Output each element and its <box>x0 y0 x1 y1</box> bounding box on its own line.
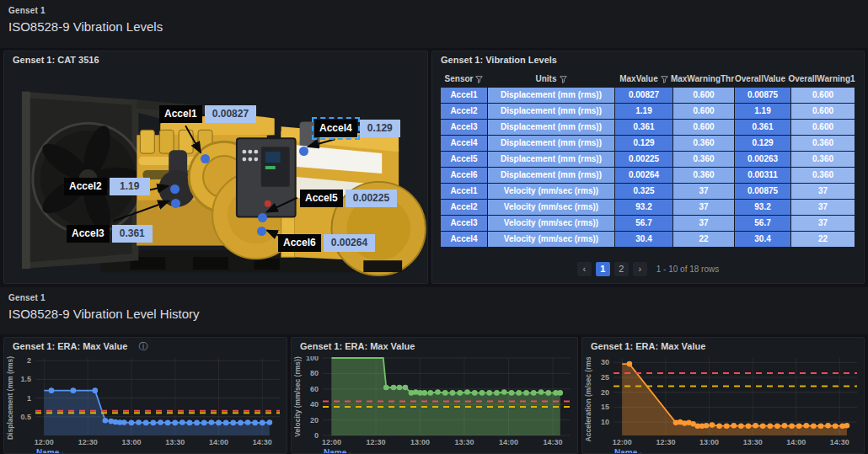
column-header-label: Units <box>536 73 557 85</box>
sensor-label: Accel3 <box>67 225 110 243</box>
svg-text:12:00: 12:00 <box>35 438 54 446</box>
svg-text:40: 40 <box>310 400 319 409</box>
column-header-overallwarning1[interactable]: OverallWarning1 <box>791 73 855 85</box>
table-cell: 56.7 <box>735 216 790 231</box>
table-cell: 37 <box>791 184 855 199</box>
table-cell: Accel1 <box>441 88 487 103</box>
panel-title-acceleration-chart[interactable]: Genset 1: ERA: Max Value <box>582 338 864 355</box>
funnel-icon[interactable] <box>475 76 483 83</box>
column-header-maxwarningthr[interactable]: MaxWarningThr <box>673 73 734 85</box>
sensor-marker-accel6[interactable]: Accel60.00264 <box>278 234 375 252</box>
svg-text:14:30: 14:30 <box>253 438 272 446</box>
table-cell: 0.361 <box>615 120 672 135</box>
table-cell: 37 <box>791 216 855 231</box>
legend-name-header[interactable]: Name▴ <box>36 448 64 454</box>
panel-title-displacement-chart[interactable]: Genset 1: ERA: Max Value ⓘ <box>4 338 287 355</box>
column-header-units[interactable]: Units <box>488 73 614 85</box>
sensor-value: 0.129 <box>360 120 400 137</box>
table-cell: 93.2 <box>735 200 790 215</box>
svg-text:60: 60 <box>310 385 319 393</box>
table-cell: 30.4 <box>615 232 672 247</box>
pagination-page-1[interactable]: 1 <box>596 262 610 276</box>
legend-name-header[interactable]: Name▴ <box>324 448 351 454</box>
sensor-dot-accel2[interactable] <box>171 199 180 208</box>
column-header-sensor[interactable]: Sensor <box>441 73 487 85</box>
column-header-overallvalue[interactable]: OverallValue <box>735 73 790 85</box>
table-cell: 0.360 <box>673 168 734 183</box>
table-cell: 22 <box>673 232 734 247</box>
row-kicker: Genset 1 <box>8 6 868 15</box>
legend-name-header[interactable]: Name▴ <box>614 448 642 454</box>
genset-illustration: Accel10.00827Accel21.19Accel30.361Accel4… <box>4 51 427 283</box>
sensor-value: 0.00827 <box>205 105 256 123</box>
legend-label: Name <box>36 448 59 454</box>
funnel-icon[interactable] <box>560 76 567 83</box>
column-header-label: Sensor <box>445 73 474 85</box>
sensor-dot-accel1[interactable] <box>201 154 210 163</box>
sensor-label: Accel4 <box>314 120 357 137</box>
sensor-dot-accel5[interactable] <box>258 213 267 222</box>
table-row: Accel6Displacement (mm (rms))0.002640.36… <box>441 168 855 183</box>
table-cell: 0.360 <box>791 152 855 167</box>
svg-text:14:00: 14:00 <box>499 438 518 446</box>
acceleration-chart-panel: Genset 1: ERA: Max Value 101520253012:00… <box>581 337 865 454</box>
sensor-marker-accel3[interactable]: Accel30.361 <box>67 225 153 243</box>
svg-text:1: 1 <box>27 394 31 403</box>
table-cell: Accel4 <box>441 136 487 151</box>
velocity-chart-plot[interactable]: 02040608010012:0012:3013:0013:3014:0014:… <box>292 356 576 447</box>
column-header-maxvalue[interactable]: MaxValue <box>615 73 672 85</box>
table-cell: Accel1 <box>441 184 487 199</box>
table-cell: Accel3 <box>441 120 487 135</box>
info-icon[interactable]: ⓘ <box>138 341 147 351</box>
table-cell: Accel6 <box>441 168 487 183</box>
table-cell: 0.00875 <box>735 184 790 199</box>
svg-text:25: 25 <box>601 373 609 382</box>
svg-text:14:30: 14:30 <box>830 438 849 446</box>
chevron-right-icon: › <box>638 264 641 274</box>
table-cell: 0.600 <box>673 88 734 103</box>
table-cell: 0.360 <box>673 152 734 167</box>
svg-text:12:30: 12:30 <box>656 438 675 446</box>
panel-title-genset[interactable]: Genset 1: CAT 3516 <box>4 51 427 68</box>
sensor-dot-accel6[interactable] <box>257 227 266 236</box>
panel-title-velocity-chart[interactable]: Genset 1: ERA: Max Value <box>292 338 577 355</box>
acceleration-chart-plot[interactable]: 101520253012:0012:3013:0013:3014:0014:30… <box>583 356 863 447</box>
sort-caret-icon: ▴ <box>61 451 64 454</box>
page-title: ISO8528-9 Vibration Levels <box>8 19 868 34</box>
genset-image-panel: Genset 1: CAT 3516 <box>3 51 428 284</box>
sensor-marker-accel4[interactable]: Accel40.129 <box>314 120 400 137</box>
sensor-dot-accel4[interactable] <box>299 147 308 156</box>
sort-caret-icon: ▴ <box>639 451 642 454</box>
funnel-icon[interactable] <box>661 76 668 83</box>
column-header-label: MaxWarningThr <box>671 73 734 85</box>
svg-text:2: 2 <box>27 356 31 365</box>
svg-text:12:00: 12:00 <box>322 438 341 446</box>
pagination-prev-button[interactable]: ‹ <box>577 262 592 276</box>
table-cell: Velocity (mm/sec (rms)) <box>488 232 614 247</box>
pagination-page-2[interactable]: 2 <box>614 262 629 276</box>
table-cell: 1.19 <box>735 104 790 119</box>
sensor-marker-accel1[interactable]: Accel10.00827 <box>159 105 256 123</box>
table-cell: Displacement (mm (rms)) <box>488 120 614 135</box>
table-cell: Displacement (mm (rms)) <box>488 152 614 167</box>
table-cell: 0.00827 <box>615 88 672 103</box>
svg-text:13:30: 13:30 <box>165 438 185 446</box>
sensor-marker-accel5[interactable]: Accel50.00225 <box>300 190 397 207</box>
panel-title-table[interactable]: Genset 1: Vibration Levels <box>432 51 864 68</box>
column-header-label: MaxValue <box>619 73 658 85</box>
sensor-value: 0.00225 <box>346 190 397 207</box>
table-cell: Displacement (mm (rms)) <box>488 88 614 103</box>
table-cell: 0.00225 <box>615 152 672 167</box>
sensor-marker-accel2[interactable]: Accel21.19 <box>64 178 150 195</box>
table-cell: 0.129 <box>735 136 790 151</box>
displacement-chart-plot[interactable]: 0.511.5212:0012:3013:0013:3014:0014:30Di… <box>5 356 286 447</box>
sensor-dot-accel2[interactable] <box>170 184 179 194</box>
pagination-next-button[interactable]: › <box>633 262 647 276</box>
table-row: Accel3Displacement (mm (rms))0.3610.6000… <box>441 120 855 135</box>
y-axis-label: Velocity (mm/sec (rms)) <box>293 356 302 437</box>
velocity-chart-panel: Genset 1: ERA: Max Value 02040608010012:… <box>291 337 578 454</box>
row-kicker-history: Genset 1 <box>8 293 868 302</box>
table-cell: 0.00311 <box>735 168 790 183</box>
svg-text:12:00: 12:00 <box>613 438 632 446</box>
svg-text:100: 100 <box>306 356 319 362</box>
